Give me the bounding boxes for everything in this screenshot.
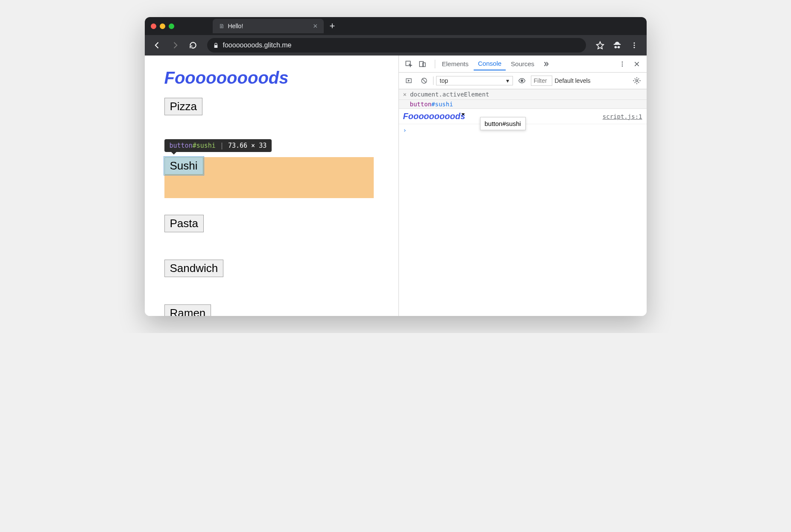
new-tab-button[interactable]: + bbox=[330, 20, 335, 32]
devtools-tabs: Elements Console Sources bbox=[399, 56, 647, 73]
list-item: Ramen bbox=[164, 304, 379, 316]
live-expression-icon[interactable] bbox=[516, 74, 528, 87]
console-controls: top ▾ Default levels bbox=[399, 73, 647, 89]
tab-strip: 🗎 Hello! × + bbox=[213, 19, 335, 33]
browser-window: 🗎 Hello! × + foooooooods.glitch.me bbox=[145, 17, 647, 316]
address-bar[interactable]: foooooooods.glitch.me bbox=[207, 38, 586, 53]
menu-icon[interactable] bbox=[627, 38, 642, 53]
console-output: × document.activeElement button#sushi ➤ … bbox=[399, 89, 647, 316]
context-value: top bbox=[440, 77, 448, 84]
list-item: Pizza bbox=[164, 98, 379, 115]
console-result[interactable]: button#sushi ➤ button#sushi bbox=[399, 100, 647, 109]
browser-tab[interactable]: 🗎 Hello! × bbox=[213, 19, 324, 33]
tooltip-dimensions: 73.66 × 33 bbox=[228, 142, 267, 149]
filter-input[interactable] bbox=[531, 76, 552, 86]
tab-title: Hello! bbox=[228, 23, 243, 29]
maximize-window-button[interactable] bbox=[169, 23, 174, 29]
tab-console[interactable]: Console bbox=[474, 57, 506, 70]
close-devtools-icon[interactable] bbox=[630, 58, 643, 70]
log-source-link[interactable]: script.js:1 bbox=[603, 113, 642, 120]
url-text: foooooooods.glitch.me bbox=[223, 41, 292, 49]
svg-point-2 bbox=[633, 47, 635, 48]
svg-point-6 bbox=[621, 61, 623, 63]
close-icon[interactable]: × bbox=[403, 91, 407, 98]
svg-point-12 bbox=[636, 80, 638, 82]
page-heading: Fooooooooods bbox=[164, 68, 379, 88]
svg-point-11 bbox=[521, 79, 523, 82]
reload-button[interactable] bbox=[186, 38, 200, 53]
ramen-button[interactable]: Ramen bbox=[164, 304, 211, 316]
toggle-sidebar-icon[interactable] bbox=[402, 74, 415, 87]
svg-point-0 bbox=[633, 42, 635, 44]
pasta-button[interactable]: Pasta bbox=[164, 215, 204, 232]
back-button[interactable] bbox=[150, 38, 164, 53]
more-tabs-icon[interactable] bbox=[539, 58, 552, 70]
file-icon: 🗎 bbox=[219, 23, 225, 29]
tooltip-tag: button bbox=[170, 142, 193, 149]
titlebar: 🗎 Hello! × + bbox=[145, 17, 647, 35]
lock-icon bbox=[213, 42, 219, 49]
traffic-lights bbox=[151, 23, 174, 29]
sandwich-button[interactable]: Sandwich bbox=[164, 260, 224, 277]
forward-button[interactable] bbox=[168, 38, 182, 53]
list-item: button#sushi | 73.66 × 33 Sushi bbox=[164, 143, 379, 175]
divider bbox=[433, 76, 434, 85]
list-item: Pasta bbox=[164, 215, 379, 232]
sushi-button-wrap: button#sushi | 73.66 × 33 Sushi bbox=[164, 157, 203, 175]
result-id: #sushi bbox=[431, 101, 453, 108]
pizza-button[interactable]: Pizza bbox=[164, 98, 203, 115]
devtools-panel: Elements Console Sources bbox=[399, 56, 647, 316]
close-tab-icon[interactable]: × bbox=[313, 22, 318, 30]
result-tag: button bbox=[410, 101, 432, 108]
divider bbox=[435, 60, 435, 68]
incognito-icon[interactable] bbox=[610, 38, 624, 53]
minimize-window-button[interactable] bbox=[160, 23, 165, 29]
context-selector[interactable]: top ▾ bbox=[436, 76, 513, 85]
webpage: Fooooooooods Pizza button#sushi | 73.66 … bbox=[145, 56, 399, 316]
food-list: Pizza button#sushi | 73.66 × 33 bbox=[164, 98, 379, 316]
clear-console-icon[interactable] bbox=[418, 74, 431, 87]
log-message: Fooooooooods bbox=[403, 111, 466, 121]
chevron-down-icon: ▾ bbox=[506, 77, 509, 84]
list-item: Sandwich bbox=[164, 260, 379, 277]
sushi-button[interactable]: Sushi bbox=[164, 157, 203, 175]
inspect-element-icon[interactable] bbox=[402, 58, 415, 70]
tooltip-id: #sushi bbox=[193, 142, 216, 149]
toolbar-right bbox=[593, 38, 642, 53]
hover-tooltip: button#sushi bbox=[480, 117, 526, 130]
tab-elements[interactable]: Elements bbox=[438, 58, 473, 70]
toolbar: foooooooods.glitch.me bbox=[145, 35, 647, 56]
star-icon[interactable] bbox=[593, 38, 607, 53]
inspect-tooltip: button#sushi | 73.66 × 33 bbox=[164, 139, 272, 152]
devtools-menu-icon[interactable] bbox=[616, 58, 629, 70]
svg-point-8 bbox=[621, 65, 623, 67]
svg-point-7 bbox=[621, 63, 623, 64]
tooltip-separator: | bbox=[220, 142, 224, 149]
console-command: document.activeElement bbox=[410, 91, 489, 98]
content-area: Fooooooooods Pizza button#sushi | 73.66 … bbox=[145, 56, 647, 316]
console-entry: × document.activeElement bbox=[399, 89, 647, 100]
svg-point-1 bbox=[633, 45, 635, 46]
console-settings-icon[interactable] bbox=[630, 74, 643, 87]
tab-sources[interactable]: Sources bbox=[507, 58, 539, 70]
log-levels[interactable]: Default levels bbox=[555, 77, 591, 84]
close-window-button[interactable] bbox=[151, 23, 156, 29]
device-toggle-icon[interactable] bbox=[416, 58, 429, 70]
